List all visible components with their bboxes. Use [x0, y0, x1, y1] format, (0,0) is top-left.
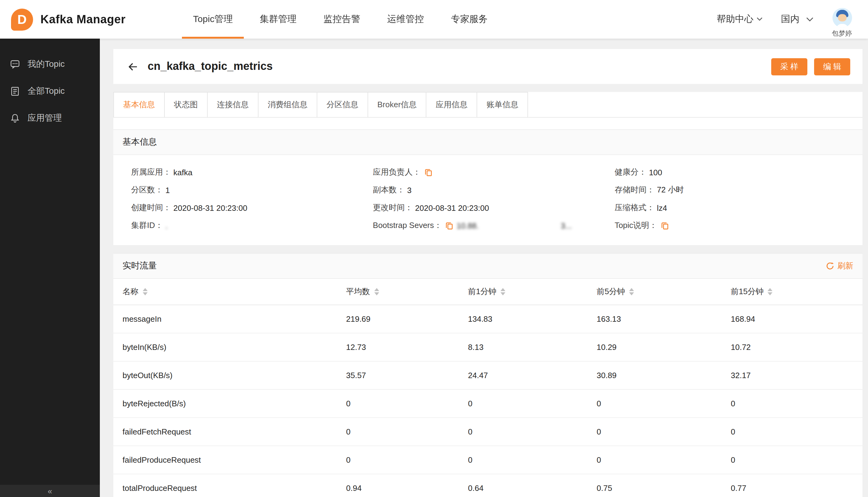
user-menu[interactable]: 包梦婷	[832, 8, 852, 38]
cell-value: 8.13	[468, 343, 597, 352]
sidebar-item-all-topic[interactable]: 全部Topic	[0, 78, 100, 105]
tab-consumer-group-info[interactable]: 消费组信息	[258, 92, 317, 117]
basic-info-grid: 所属应用： kafka 应用负责人： 健康分： 100 分区数： 1	[113, 155, 863, 245]
refresh-button[interactable]: 刷新	[826, 260, 853, 271]
help-center-dropdown[interactable]: 帮助中心	[717, 13, 763, 25]
field-label: 压缩格式：	[615, 202, 654, 213]
cell-value: 32.17	[731, 371, 863, 380]
sidebar-collapse-button[interactable]: «	[0, 485, 100, 497]
field-label: 健康分：	[615, 167, 647, 178]
back-button[interactable]	[126, 59, 140, 74]
field-label: 集群ID：	[131, 220, 163, 231]
cell-metric-name: totalProduceRequest	[122, 484, 346, 493]
nav-item-cluster[interactable]: 集群管理	[246, 0, 310, 39]
nav-item-ops[interactable]: 运维管控	[374, 0, 437, 39]
copy-icon[interactable]	[660, 221, 669, 230]
column-header-last15min[interactable]: 前15分钟	[731, 286, 863, 297]
cell-value: 0	[597, 427, 731, 436]
field-label: 应用负责人：	[373, 167, 421, 178]
user-name: 包梦婷	[832, 29, 852, 38]
field-value: 2020-08-31 20:23:00	[173, 203, 247, 212]
field-create-time: 创建时间： 2020-08-31 20:23:00	[131, 202, 373, 214]
back-arrow-icon	[127, 61, 139, 72]
nav-item-topic[interactable]: Topic管理	[179, 0, 246, 39]
app-logo-icon: D	[11, 8, 33, 30]
field-label: 分区数：	[131, 184, 163, 196]
column-header-avg[interactable]: 平均数	[346, 286, 468, 297]
nav-item-expert[interactable]: 专家服务	[437, 0, 501, 39]
field-app-owner: 应用负责人：	[373, 166, 614, 178]
copy-icon[interactable]	[445, 221, 454, 230]
field-label: Bootstrap Severs：	[373, 220, 442, 231]
field-value: 3	[407, 185, 411, 195]
cell-value: 10.72	[731, 343, 863, 352]
field-cluster-id: 集群ID： .	[131, 219, 373, 232]
copy-icon[interactable]	[423, 168, 433, 177]
cell-value: 163.13	[597, 314, 731, 324]
sidebar-item-my-topic[interactable]: 我的Topic	[0, 51, 100, 78]
sidebar-item-app-management[interactable]: 应用管理	[0, 105, 100, 132]
field-retention-time: 存储时间： 72 小时	[615, 184, 856, 196]
tab-status-chart[interactable]: 状态图	[164, 92, 208, 117]
region-dropdown[interactable]: 国内	[781, 13, 813, 25]
tab-partition-info[interactable]: 分区信息	[317, 92, 368, 117]
field-label: 存储时间：	[615, 184, 654, 196]
cell-value: 0	[597, 399, 731, 408]
sort-icon	[768, 288, 773, 295]
cell-value: 0	[468, 427, 597, 436]
field-bootstrap-servers: Bootstrap Severs： 10.88. 3...	[373, 219, 614, 232]
cell-value: 0	[731, 455, 863, 465]
cell-value: 168.94	[731, 314, 863, 324]
page-header: cn_kafka_topic_metrics 采 样 编 辑	[113, 49, 863, 84]
section-title: 基本信息	[122, 137, 157, 148]
tab-broker-info[interactable]: Broker信息	[367, 92, 426, 117]
cell-value: 0	[731, 427, 863, 436]
cell-value: 0.75	[597, 484, 731, 493]
table-row: failedFetchRequest 0 0 0 0	[113, 418, 863, 446]
column-label: 前15分钟	[731, 286, 764, 297]
cell-value: 35.57	[346, 371, 468, 380]
sidebar-item-label: 应用管理	[28, 113, 62, 124]
column-header-last1min[interactable]: 前1分钟	[468, 286, 597, 297]
field-value-redacted: .	[165, 221, 168, 230]
left-sidebar: 我的Topic 全部Topic 应用管理 «	[0, 39, 100, 497]
detail-tabs: 基本信息 状态图 连接信息 消费组信息 分区信息 Broker信息 应用信息 账…	[113, 92, 863, 118]
cell-value: 0	[468, 455, 597, 465]
column-header-last5min[interactable]: 前5分钟	[597, 286, 731, 297]
cell-value: 134.83	[468, 314, 597, 324]
field-value-redacted: 10.88.	[457, 221, 479, 230]
cell-value: 0	[346, 399, 468, 408]
table-row: totalProduceRequest 0.94 0.64 0.75 0.77	[113, 474, 863, 497]
field-value-redacted: 3...	[561, 221, 572, 230]
cell-value: 0	[731, 399, 863, 408]
basic-info-section-header: 基本信息	[113, 129, 863, 155]
tab-app-info[interactable]: 应用信息	[426, 92, 477, 117]
table-row: failedProduceRequest 0 0 0 0	[113, 446, 863, 474]
sample-button[interactable]: 采 样	[771, 58, 807, 75]
nav-item-monitor[interactable]: 监控告警	[310, 0, 374, 39]
tab-billing-info[interactable]: 账单信息	[477, 92, 528, 117]
table-row: byteRejected(B/s) 0 0 0 0	[113, 390, 863, 418]
column-label: 名称	[122, 286, 139, 297]
edit-button[interactable]: 编 辑	[814, 58, 850, 75]
brand-name: Kafka Manager	[40, 13, 126, 26]
column-label: 前5分钟	[597, 286, 625, 297]
sidebar-menu: 我的Topic 全部Topic 应用管理	[0, 39, 100, 132]
cell-value: 0	[597, 455, 731, 465]
cell-metric-name: messageIn	[122, 314, 346, 324]
field-modify-time: 更改时间： 2020-08-31 20:23:00	[373, 202, 614, 214]
cell-value: 24.47	[468, 371, 597, 380]
tab-connection-info[interactable]: 连接信息	[207, 92, 259, 117]
column-label: 平均数	[346, 286, 370, 297]
refresh-icon	[826, 262, 834, 270]
cell-value: 0	[346, 427, 468, 436]
cell-value: 0.77	[731, 484, 863, 493]
column-header-name[interactable]: 名称	[122, 286, 346, 297]
realtime-traffic-card: 实时流量 刷新 名称 平均数	[113, 253, 863, 497]
tab-basic-info[interactable]: 基本信息	[113, 92, 165, 117]
detail-card: 基本信息 状态图 连接信息 消费组信息 分区信息 Broker信息 应用信息 账…	[113, 92, 863, 245]
cell-value: 0	[468, 399, 597, 408]
sort-icon	[374, 288, 379, 295]
cell-metric-name: byteIn(KB/s)	[122, 343, 346, 352]
top-navbar: D Kafka Manager Topic管理 集群管理 监控告警 运维管控 专…	[0, 0, 868, 39]
